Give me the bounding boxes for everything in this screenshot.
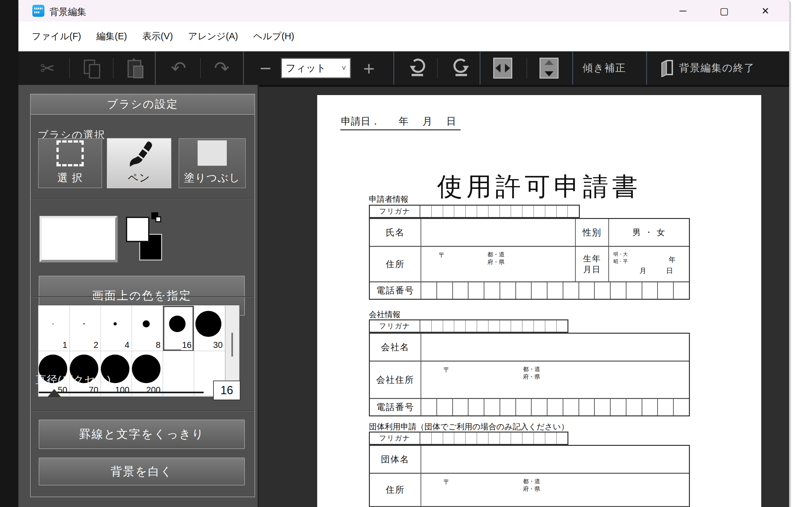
menu-item[interactable]: 表示(V): [135, 26, 181, 47]
application-date-line: 申請日． 年 月 日: [340, 115, 461, 130]
diameter-slider-track[interactable]: [39, 392, 204, 393]
phone-digit-cell: [531, 399, 547, 415]
chevron-down-icon: ˅: [342, 64, 346, 72]
section-label-group: 団体利用申請（団体でご利用の場合のみ記入ください）: [369, 421, 569, 432]
flip-vertical-icon[interactable]: [540, 58, 559, 78]
tool-select-button[interactable]: 選 択: [38, 138, 102, 188]
menu-bar: ファイル(F)編集(E)表示(V)アレンジ(A)ヘルプ(H): [18, 21, 789, 51]
group-table: 団体名 住所 〒 都・道府・県: [369, 445, 690, 507]
rotate-right-icon[interactable]: [452, 58, 470, 78]
scrollbar-thumb[interactable]: [232, 333, 233, 356]
close-button[interactable]: ✕: [745, 0, 786, 21]
separator: [572, 52, 573, 84]
separator: [393, 52, 394, 84]
paste-icon[interactable]: [125, 59, 145, 78]
brush-size-number: 8: [155, 341, 161, 350]
furigana-cell: [545, 206, 556, 217]
row-label: 会社住所: [370, 361, 420, 398]
row-label: 電話番号: [370, 282, 420, 299]
minimize-button[interactable]: ─: [662, 0, 704, 21]
sharpen-lines-text-button[interactable]: 罫線と文字をくっきり: [39, 419, 245, 449]
phone-digit-cell: [563, 399, 578, 415]
brush-icon: [124, 139, 154, 170]
brush-dot: [84, 323, 85, 325]
maximize-button[interactable]: ▢: [704, 0, 745, 21]
title-bar: 背景編集 ─ ▢ ✕: [18, 0, 789, 21]
brush-size-cell[interactable]: 1: [39, 306, 70, 351]
furigana-cell: [511, 206, 522, 217]
diameter-value-box[interactable]: 16: [213, 381, 241, 400]
furigana-label: フリガナ: [370, 320, 420, 332]
brush-size-cell[interactable]: 200: [132, 351, 163, 396]
separator: [437, 58, 438, 78]
furigana-cell: [465, 206, 477, 217]
document-page[interactable]: 申請日． 年 月 日 使用許可申請書 申請者情報 フリガナ 氏名: [317, 95, 761, 507]
zoom-in-button[interactable]: +: [360, 57, 378, 79]
furigana-cell: [556, 433, 568, 444]
brush-dot: [169, 316, 186, 332]
window-title: 背景編集: [49, 6, 86, 18]
window-controls: ─ ▢ ✕: [662, 0, 786, 21]
brush-size-cell[interactable]: 30: [194, 306, 225, 351]
furigana-cell: [545, 320, 556, 332]
brush-size-number: 100: [114, 386, 131, 395]
menu-item[interactable]: アレンジ(A): [181, 26, 246, 47]
furigana-cell: [477, 206, 488, 217]
brush-size-number: 200: [145, 386, 161, 395]
furigana-cell: [522, 206, 534, 217]
foreground-background-colors[interactable]: [126, 212, 164, 262]
brush-size-cell[interactable]: 8: [132, 306, 163, 351]
copy-icon[interactable]: [81, 59, 101, 77]
row-label: 会社名: [370, 334, 420, 360]
undo-icon[interactable]: ↶: [168, 59, 189, 77]
zoom-level-value: フィット: [286, 61, 326, 75]
whiten-background-button[interactable]: 背景を白く: [39, 458, 245, 486]
menu-item[interactable]: 編集(E): [89, 26, 135, 47]
furigana-row: フリガナ: [369, 432, 568, 445]
diameter-label: 直径(ピクセル): [36, 373, 111, 387]
diameter-slider-thumb[interactable]: [47, 389, 61, 397]
phone-digit-cell: [531, 282, 547, 299]
brush-size-cell[interactable]: 4: [101, 306, 132, 351]
rotate-left-icon[interactable]: [409, 58, 427, 78]
desktop-background-left: [0, 0, 18, 507]
furigana-cell: [477, 433, 488, 444]
divider: [31, 198, 254, 199]
date-unit-month: 月: [422, 115, 432, 128]
brush-size-number: 16: [181, 341, 193, 350]
redo-icon[interactable]: ↷: [212, 59, 232, 77]
cut-icon[interactable]: ✂: [38, 58, 58, 78]
foreground-color-square[interactable]: [126, 217, 149, 242]
furigana-cell: [567, 206, 579, 217]
zoom-level-dropdown[interactable]: フィット ˅: [281, 58, 351, 78]
date-prefix: 申請日．: [341, 115, 380, 128]
menu-item[interactable]: ヘルプ(H): [246, 26, 302, 47]
postal-mark: 〒: [444, 365, 450, 375]
separator: [646, 52, 647, 84]
furigana-cell: [465, 320, 477, 332]
current-color-swatch[interactable]: [40, 216, 117, 262]
tool-fill-button[interactable]: 塗りつぶし: [179, 138, 246, 188]
brush-size-cell[interactable]: 2: [70, 306, 101, 351]
tool-pen-button[interactable]: ペン: [107, 138, 171, 188]
phone-digit-cell: [484, 282, 500, 299]
flip-horizontal-icon[interactable]: [493, 58, 512, 78]
furigana-cell: [511, 320, 522, 332]
tilt-correction-button[interactable]: 傾き補正: [583, 61, 626, 75]
phone-digit-cell: [594, 399, 610, 415]
brush-dot: [132, 354, 160, 383]
swap-colors-icon[interactable]: [151, 212, 164, 225]
address-value-cell: 〒 都・道府・県: [420, 247, 575, 281]
furigana-cell: [420, 206, 432, 217]
zoom-out-button[interactable]: −: [257, 57, 274, 79]
phone-digit-cell: [547, 282, 563, 299]
phone-digit-cell: [657, 399, 673, 415]
applicant-table: 氏名 性別 男 ・ 女 住所 〒 都・道府・県: [369, 218, 690, 300]
brush-size-cell[interactable]: 16: [163, 306, 194, 351]
birth-value-cell: 明・大昭・平 年 月 日: [608, 247, 689, 281]
menu-item[interactable]: ファイル(F): [24, 26, 89, 47]
furigana-cell: [511, 433, 522, 444]
canvas[interactable]: 申請日． 年 月 日 使用許可申請書 申請者情報 フリガナ 氏名: [259, 85, 789, 507]
exit-background-edit-button[interactable]: 背景編集の終了: [660, 59, 755, 77]
furigana-cell: [432, 320, 443, 332]
